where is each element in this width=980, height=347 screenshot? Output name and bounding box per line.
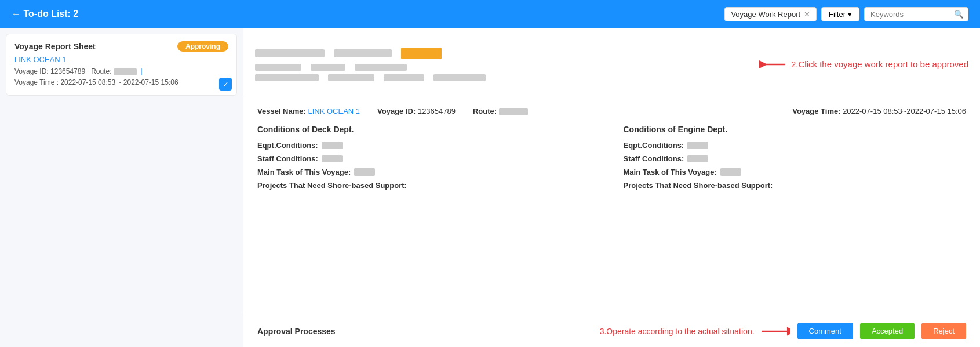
vessel-info-row: Vessel Name: LINK OCEAN 1 Voyage ID: 123… [257, 107, 966, 115]
preview-section [255, 48, 732, 81]
blurred-block-6 [355, 64, 407, 71]
deck-projects-row: Projects That Need Shore-based Support: [257, 181, 600, 190]
route-value-detail-blurred [499, 108, 528, 115]
vessel-name-label: Vessel Name: [257, 107, 306, 115]
deck-main-task-row: Main Task of This Voyage: [257, 168, 600, 176]
deck-eqpt-value [322, 142, 343, 149]
engine-staff-value [687, 155, 708, 162]
comment-button[interactable]: Comment [797, 323, 853, 339]
annotation2-arrow-svg [762, 327, 790, 336]
card-time: Voyage Time : 2022-07-15 08:53 ~ 2022-07… [14, 77, 228, 88]
bottom-bar-right: 3.Operate according to the actual situat… [600, 323, 966, 339]
back-label[interactable]: ← To-do List: 2 [12, 9, 78, 19]
engine-main-task-row: Main Task of This Voyage: [624, 168, 967, 176]
voyage-id-value-detail: 123654789 [418, 107, 456, 115]
engine-eqpt-value [687, 142, 708, 149]
blurred-block-7 [255, 74, 319, 81]
deck-eqpt-row: Eqpt.Conditions: [257, 141, 600, 150]
header-bar: ← To-do List: 2 Voyage Work Report ✕ Fil… [0, 0, 980, 28]
blurred-block-8 [328, 74, 374, 81]
voyage-id-section: Voyage ID: 123654789 [377, 107, 456, 115]
card-header: Voyage Report Sheet Approving [14, 41, 228, 52]
card-checkmark: ✓ [219, 78, 232, 91]
deck-eqpt-label: Eqpt.Conditions: [257, 141, 318, 150]
blurred-block-5 [311, 64, 345, 71]
engine-staff-row: Staff Conditions: [624, 154, 967, 163]
approval-processes-label: Approval Processes [257, 327, 336, 336]
back-navigation[interactable]: ← To-do List: 2 [12, 9, 78, 19]
header-controls: Voyage Work Report ✕ Filter ▾ 🔍 [724, 7, 968, 21]
status-badge: Approving [177, 41, 228, 52]
filter-dropdown-icon: ▾ [848, 10, 852, 19]
vessel-name-value: LINK OCEAN 1 [308, 107, 360, 115]
blurred-block-1 [255, 49, 325, 57]
filter-tag-close[interactable]: ✕ [804, 10, 810, 19]
engine-title: Conditions of Engine Dept. [624, 125, 967, 134]
engine-projects-row: Projects That Need Shore-based Support: [624, 181, 967, 190]
voyage-time-label: Voyage Time : [14, 78, 59, 86]
blurred-block-10 [433, 74, 486, 81]
route-section: Route: [473, 107, 528, 115]
annotation1-text: 2.Click the voyage work report to be app… [791, 59, 968, 69]
card-link[interactable]: LINK OCEAN 1 [14, 55, 228, 64]
voyage-time-label-detail: Voyage Time: [792, 107, 840, 115]
voyage-time-value: 2022-07-15 08:53 ~ 2022-07-15 15:06 [60, 78, 178, 86]
blurred-block-2 [334, 49, 392, 57]
annotation2-text: 3.Operate according to the actual situat… [600, 327, 755, 336]
voyage-time-section: Voyage Time: 2022-07-15 08:53~2022-07-15… [792, 107, 966, 115]
blurred-block-4 [255, 64, 301, 71]
filter-tag: Voyage Work Report ✕ [724, 7, 817, 21]
keywords-input[interactable] [864, 7, 968, 21]
left-panel: Voyage Report Sheet Approving LINK OCEAN… [0, 28, 243, 347]
bottom-bar: Approval Processes 3.Operate according t… [243, 315, 980, 347]
route-value-blurred [114, 68, 137, 75]
voyage-id-label: Voyage ID: [14, 67, 49, 75]
deck-staff-label: Staff Conditions: [257, 154, 318, 163]
main-content: Voyage Report Sheet Approving LINK OCEAN… [0, 28, 980, 347]
accepted-button[interactable]: Accepted [860, 323, 915, 339]
report-card[interactable]: Voyage Report Sheet Approving LINK OCEAN… [6, 34, 237, 96]
deck-conditions: Conditions of Deck Dept. Eqpt.Conditions… [257, 125, 600, 194]
voyage-id-label-detail: Voyage ID: [377, 107, 416, 115]
voyage-time-value-detail: 2022-07-15 08:53~2022-07-15 15:06 [843, 107, 966, 115]
conditions-grid: Conditions of Deck Dept. Eqpt.Conditions… [257, 125, 966, 194]
search-button[interactable]: 🔍 [954, 10, 964, 19]
detail-section: Vessel Name: LINK OCEAN 1 Voyage ID: 123… [243, 97, 980, 204]
filter-tag-label: Voyage Work Report [731, 10, 800, 19]
search-wrap: 🔍 [864, 7, 968, 21]
engine-conditions: Conditions of Engine Dept. Eqpt.Conditio… [624, 125, 967, 194]
engine-eqpt-label: Eqpt.Conditions: [624, 141, 684, 150]
card-meta: Voyage ID: 123654789 Route: | [14, 66, 228, 77]
card-title: Voyage Report Sheet [14, 42, 96, 51]
annotation-arrow-svg [755, 59, 785, 70]
blurred-block-3 [401, 48, 442, 59]
deck-title: Conditions of Deck Dept. [257, 125, 600, 134]
reject-button[interactable]: Reject [921, 323, 966, 339]
engine-main-task-value [720, 168, 741, 176]
deck-staff-row: Staff Conditions: [257, 154, 600, 163]
engine-eqpt-row: Eqpt.Conditions: [624, 141, 967, 150]
engine-projects-label: Projects That Need Shore-based Support: [624, 181, 773, 190]
filter-btn-label: Filter [829, 10, 846, 19]
route-label-detail: Route: [473, 107, 497, 115]
deck-main-task-label: Main Task of This Voyage: [257, 168, 351, 176]
engine-main-task-label: Main Task of This Voyage: [624, 168, 717, 176]
vessel-name-section: Vessel Name: LINK OCEAN 1 [257, 107, 360, 115]
deck-staff-value [322, 155, 343, 162]
deck-projects-label: Projects That Need Shore-based Support: [257, 181, 407, 190]
blurred-block-9 [384, 74, 424, 81]
deck-main-task-value [354, 168, 375, 176]
route-label: Route: [91, 67, 111, 75]
voyage-id-value: 123654789 [50, 67, 85, 75]
annotation-area: 2.Click the voyage work report to be app… [243, 28, 980, 97]
filter-button[interactable]: Filter ▾ [821, 7, 859, 21]
engine-staff-label: Staff Conditions: [624, 154, 684, 163]
right-panel: 2.Click the voyage work report to be app… [243, 28, 980, 347]
annotation1: 2.Click the voyage work report to be app… [755, 59, 968, 70]
